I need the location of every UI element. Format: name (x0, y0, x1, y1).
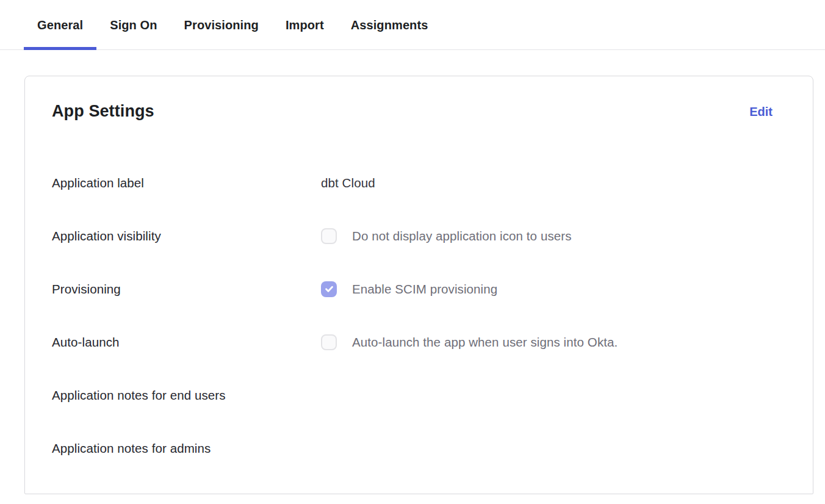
row-label: Provisioning (52, 282, 321, 297)
auto-launch-checkbox[interactable] (321, 334, 337, 350)
row-label: Application visibility (52, 229, 321, 243)
tab-provisioning[interactable]: Provisioning (171, 0, 272, 50)
row-auto-launch: Auto-launch Auto-launch the app when use… (52, 315, 773, 369)
card-title: App Settings (52, 101, 154, 121)
row-label: Auto-launch (52, 335, 321, 350)
application-label-value: dbt Cloud (321, 176, 375, 190)
row-provisioning: Provisioning Enable SCIM provisioning (52, 262, 773, 315)
tab-bar: General Sign On Provisioning Import Assi… (0, 0, 825, 50)
card-header: App Settings Edit (52, 101, 773, 121)
row-label: Application label (52, 176, 321, 190)
application-visibility-checkbox[interactable] (321, 228, 337, 244)
checkbox-label: Auto-launch the app when user signs into… (352, 335, 618, 350)
app-settings-card: App Settings Edit Application label dbt … (24, 76, 813, 494)
row-value: Do not display application icon to users (321, 228, 572, 244)
row-notes-admins: Application notes for admins (52, 422, 773, 475)
row-application-visibility: Application visibility Do not display ap… (52, 209, 773, 262)
row-application-label: Application label dbt Cloud (52, 156, 773, 209)
row-label: Application notes for end users (52, 388, 321, 403)
settings-rows: Application label dbt Cloud Application … (52, 156, 773, 475)
tab-general[interactable]: General (24, 0, 96, 50)
tab-assignments[interactable]: Assignments (337, 0, 442, 50)
checkbox-label: Enable SCIM provisioning (352, 282, 497, 297)
row-value: Enable SCIM provisioning (321, 281, 497, 297)
row-label: Application notes for admins (52, 441, 321, 456)
scim-provisioning-checkbox[interactable] (321, 281, 337, 297)
edit-button[interactable]: Edit (749, 103, 773, 120)
row-notes-end-users: Application notes for end users (52, 369, 773, 422)
check-icon (324, 284, 334, 294)
row-value: Auto-launch the app when user signs into… (321, 334, 618, 350)
tab-sign-on[interactable]: Sign On (96, 0, 170, 50)
checkbox-label: Do not display application icon to users (352, 229, 572, 243)
tab-import[interactable]: Import (272, 0, 337, 50)
